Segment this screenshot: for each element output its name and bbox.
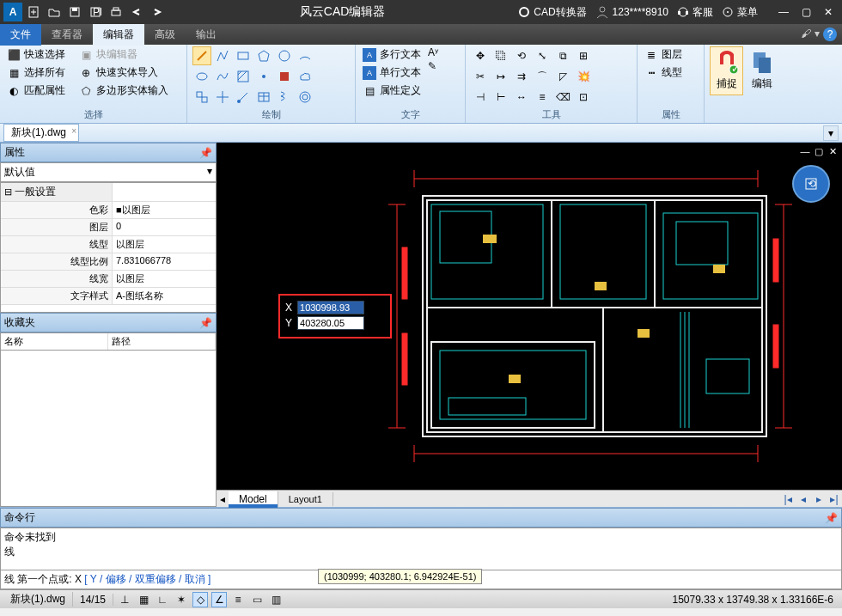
open-icon[interactable]: [45, 3, 64, 21]
otrack-toggle-icon[interactable]: ∠: [211, 592, 227, 607]
ribbon-collapse-icon[interactable]: ▾: [815, 27, 820, 41]
attrdef-button[interactable]: ▤属性定义: [361, 82, 423, 99]
select-all-button[interactable]: ▦选择所有: [5, 64, 67, 81]
user-account[interactable]: 123****8910: [595, 5, 668, 19]
layer-button[interactable]: ≣图层: [643, 46, 699, 63]
line-icon[interactable]: [192, 46, 211, 65]
save-icon[interactable]: [65, 3, 84, 21]
donut-icon[interactable]: [296, 88, 314, 107]
tab-viewer[interactable]: 查看器: [41, 24, 93, 46]
menu-link[interactable]: 菜单: [722, 5, 758, 20]
ellipse-icon[interactable]: [192, 67, 211, 86]
lwt-toggle-icon[interactable]: ≡: [230, 592, 246, 607]
polygon-import-button[interactable]: ⬠多边形实体输入: [77, 82, 170, 99]
minimize-button[interactable]: —: [773, 3, 794, 21]
extend-icon[interactable]: ↦: [491, 67, 510, 86]
fav-col-path[interactable]: 路径: [108, 333, 216, 350]
undo-icon[interactable]: [127, 3, 146, 21]
arc-icon[interactable]: [296, 46, 314, 65]
cloud-icon[interactable]: [296, 67, 314, 86]
grid-toggle-icon[interactable]: ▦: [136, 592, 151, 607]
property-row[interactable]: 线型比例7.831066778: [1, 253, 216, 271]
align-icon[interactable]: ≡: [533, 88, 552, 107]
polar-toggle-icon[interactable]: ✶: [174, 592, 189, 607]
match-properties-button[interactable]: ◐匹配属性: [5, 82, 67, 99]
linetype-button[interactable]: ┅线型: [643, 64, 699, 81]
saveas-icon[interactable]: PDF: [86, 3, 105, 21]
text-edit-icon[interactable]: ✎: [428, 60, 438, 72]
cad-converter-link[interactable]: CAD转换器: [518, 5, 586, 20]
layout-last-icon[interactable]: ▸|: [827, 493, 842, 505]
rect-icon[interactable]: [234, 46, 253, 65]
erase-icon[interactable]: ⌫: [553, 88, 572, 107]
fav-col-name[interactable]: 名称: [1, 333, 108, 350]
snap-toggle[interactable]: ✓ 捕捉: [710, 46, 743, 95]
layout-tab[interactable]: Layout1: [278, 492, 333, 506]
text-style-icon[interactable]: Aʸ: [428, 46, 438, 58]
block-icon[interactable]: [192, 88, 211, 107]
property-section[interactable]: ⊟ 一般设置: [1, 183, 216, 202]
redo-icon[interactable]: [148, 3, 167, 21]
osnap-toggle-icon[interactable]: ◇: [192, 592, 208, 607]
property-row[interactable]: 文字样式A-图纸名称: [1, 288, 216, 305]
document-tab[interactable]: 新块(1).dwg×: [3, 124, 79, 142]
tab-output[interactable]: 输出: [186, 24, 227, 46]
trim-icon[interactable]: ✂: [471, 67, 490, 86]
help-icon[interactable]: ?: [823, 27, 837, 41]
ribbon-style-icon[interactable]: 🖌: [801, 27, 811, 41]
quick-select-button[interactable]: ⬛快速选择: [5, 46, 67, 63]
mirror-icon[interactable]: ⧉: [553, 46, 572, 65]
layout-first-icon[interactable]: |◂: [780, 493, 796, 505]
hatch-icon[interactable]: [234, 67, 253, 86]
property-filter-select[interactable]: 默认值▾: [0, 162, 217, 182]
point-icon[interactable]: [254, 67, 273, 86]
group-icon[interactable]: ⊡: [574, 88, 593, 107]
table-icon[interactable]: [254, 88, 273, 107]
model-tab[interactable]: Model: [229, 491, 278, 507]
helix-icon[interactable]: [275, 88, 294, 107]
tab-file[interactable]: 文件: [0, 24, 41, 46]
tab-editor[interactable]: 编辑器: [93, 24, 144, 46]
support-link[interactable]: 客服: [677, 5, 713, 20]
stext-button[interactable]: A单行文本: [361, 64, 423, 81]
property-row[interactable]: 线宽以图层: [1, 271, 216, 288]
app-icon[interactable]: A: [3, 3, 22, 21]
offset-icon[interactable]: ⇉: [512, 67, 531, 86]
model-toggle-icon[interactable]: ▥: [268, 592, 284, 607]
scale-icon[interactable]: ⤡: [533, 46, 552, 65]
edit-button[interactable]: 编辑: [745, 46, 778, 95]
spline-icon[interactable]: [213, 67, 232, 86]
rotate-icon[interactable]: ⟲: [512, 46, 531, 65]
ray-icon[interactable]: [234, 88, 253, 107]
dyn-toggle-icon[interactable]: ▭: [249, 592, 265, 607]
new-icon[interactable]: [24, 3, 43, 21]
property-row[interactable]: 色彩■以图层: [1, 202, 216, 219]
block-editor-button[interactable]: ▣块编辑器: [77, 46, 170, 63]
mtext-button[interactable]: A多行文本: [361, 46, 423, 63]
panel-expand-icon[interactable]: ▾: [823, 125, 839, 141]
coord-y-input[interactable]: [297, 316, 364, 330]
print-icon[interactable]: [107, 3, 125, 21]
entity-import-button[interactable]: ⊕快速实体导入: [77, 64, 170, 81]
property-row[interactable]: 线型以图层: [1, 236, 216, 253]
canvas-close-icon[interactable]: ✕: [827, 146, 839, 158]
layout-scroll-left[interactable]: ◂: [217, 493, 229, 505]
explode-icon[interactable]: 💥: [574, 67, 593, 86]
circle-icon[interactable]: [275, 46, 294, 65]
pin-icon[interactable]: 📌: [199, 147, 212, 159]
ortho-toggle-icon[interactable]: ∟: [155, 592, 170, 607]
region-icon[interactable]: [275, 67, 294, 86]
property-row[interactable]: 图层0: [1, 219, 216, 236]
coord-x-input[interactable]: [297, 301, 364, 314]
break-icon[interactable]: ⊣: [471, 88, 490, 107]
pin-icon[interactable]: 📌: [825, 512, 838, 524]
polyline-icon[interactable]: [213, 46, 232, 65]
stretch-icon[interactable]: ↔: [512, 88, 531, 107]
close-tab-icon[interactable]: ×: [71, 126, 76, 136]
move-icon[interactable]: ✥: [471, 46, 490, 65]
array-icon[interactable]: ⊞: [574, 46, 593, 65]
copy-icon[interactable]: ⿻: [491, 46, 510, 65]
snap-toggle-icon[interactable]: ⊥: [117, 592, 132, 607]
drawing-canvas[interactable]: — ▢ ✕ ⟲: [217, 143, 842, 490]
xline-icon[interactable]: [213, 88, 232, 107]
